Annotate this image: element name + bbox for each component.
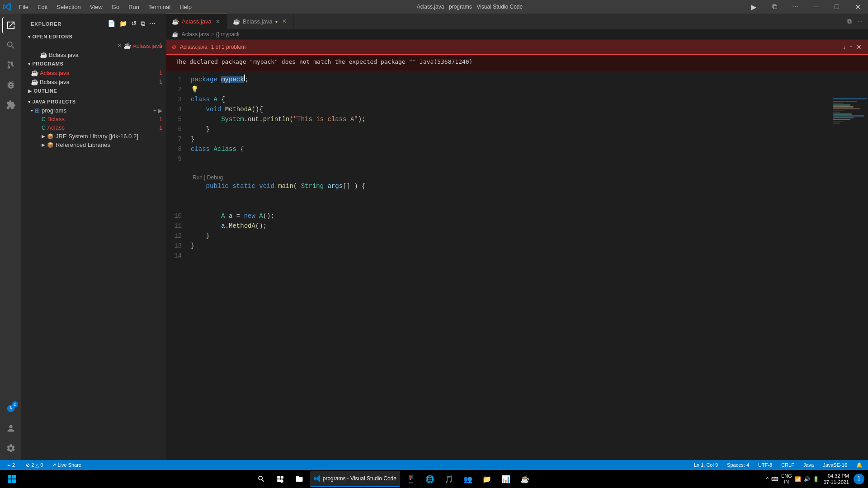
tray-wifi[interactable]: 📶 — [795, 476, 801, 482]
error-status[interactable]: ⊘ 2 △ 0 — [24, 462, 45, 468]
run-icon[interactable]: ▶ — [743, 0, 764, 14]
menu-edit[interactable]: Edit — [33, 0, 52, 14]
run-project-icon[interactable]: ▶ — [158, 108, 162, 114]
open-editors-header[interactable]: ▾ OPEN EDITORS — [22, 32, 166, 41]
taskbar-music[interactable]: 🎵 — [441, 471, 457, 487]
programs-header[interactable]: ▾ PROGRAMS — [22, 59, 166, 68]
tray-lang[interactable]: ENGIN — [781, 473, 792, 485]
notifications[interactable]: 🔔 — [854, 462, 864, 468]
refresh-icon[interactable]: ↺ — [130, 19, 138, 28]
outline-header[interactable]: ▶ OUTLINE — [22, 86, 166, 95]
activity-settings[interactable] — [3, 440, 19, 456]
activity-remote[interactable]: 2 — [3, 400, 19, 417]
activity-source-control[interactable] — [3, 57, 19, 73]
minimize-button[interactable]: ─ — [806, 0, 826, 14]
open-editor-bclass[interactable]: ☕ Bclass.java — [22, 50, 166, 59]
taskbar-java[interactable]: ☕ — [517, 471, 533, 487]
line-content-13[interactable]: } — [189, 241, 832, 251]
menu-view[interactable]: View — [85, 0, 107, 14]
open-editor-aclass[interactable]: ✕ ☕ Aclass.java 1 — [22, 41, 166, 50]
taskbar-stocks[interactable]: 📊 — [498, 471, 514, 487]
cursor-position[interactable]: Ln 1, Col 9 — [692, 462, 720, 468]
line-content-7[interactable]: } — [189, 134, 832, 144]
menu-terminal[interactable]: Terminal — [144, 0, 175, 14]
activity-extensions[interactable] — [3, 97, 19, 113]
activity-run-debug[interactable] — [3, 77, 19, 93]
taskbar-time[interactable]: 04:32 PM 07-11-2021 — [822, 473, 851, 486]
line-content-5[interactable]: System.out.println("This is class A"); — [189, 114, 832, 124]
collapse-icon[interactable]: ⧉ — [140, 19, 146, 28]
java-projects-chevron: ▾ — [28, 99, 31, 104]
line-content-1[interactable]: package mypack; — [189, 75, 832, 84]
liveshare-status[interactable]: ↗ Live Share — [50, 462, 83, 468]
tray-chevron[interactable]: ^ — [766, 476, 769, 482]
taskbar-vscode[interactable]: programs - Visual Studio Code — [310, 471, 400, 487]
more-icon[interactable]: ··· — [148, 19, 157, 28]
line-content-3[interactable]: class A { — [189, 94, 832, 104]
java-jre-item[interactable]: ▶ 📦 JRE System Library [jdk-16.0.2] — [22, 132, 166, 141]
taskbar-files[interactable] — [291, 471, 307, 487]
close-aclass-icon[interactable]: ✕ — [117, 42, 122, 49]
tab-aclass[interactable]: ☕ Aclass.java ✕ — [166, 14, 227, 29]
error-nav-down-icon[interactable]: ↓ — [842, 42, 847, 52]
tab-bclass-close[interactable]: ✕ — [281, 18, 288, 25]
code-editor[interactable]: 1 package mypack; 2 💡 3 class A { — [166, 71, 832, 460]
tab-bclass[interactable]: ☕ Bclass.java ● ✕ — [227, 14, 294, 29]
menu-run[interactable]: Run — [124, 0, 144, 14]
line-content-6[interactable]: } — [189, 124, 832, 134]
tray-keyboard[interactable]: ⌨ — [771, 476, 778, 482]
menu-selection[interactable]: Selection — [52, 0, 85, 14]
new-folder-icon[interactable]: 📁 — [118, 19, 128, 28]
menu-file[interactable]: File — [14, 0, 33, 14]
indentation[interactable]: Spaces: 4 — [725, 462, 751, 468]
taskbar-explorer[interactable]: 📁 — [479, 471, 495, 487]
encoding[interactable]: UTF-8 — [756, 462, 774, 468]
taskbar-whatsapp[interactable]: 📱 — [403, 471, 419, 487]
more-tabs-icon[interactable]: ··· — [855, 17, 864, 26]
tab-aclass-close[interactable]: ✕ — [214, 18, 222, 25]
menu-help[interactable]: Help — [175, 0, 196, 14]
debug-link[interactable]: Debug — [207, 174, 223, 181]
run-link[interactable]: Run — [193, 174, 203, 181]
start-button[interactable] — [4, 471, 20, 487]
line-content-12[interactable]: } — [189, 231, 832, 241]
programs-bclass[interactable]: ☕ Bclass.java 1 — [22, 77, 166, 86]
line-content-10[interactable]: A a = new A(); — [189, 211, 832, 221]
remote-status[interactable]: ⌁ 2 — [4, 462, 19, 469]
tray-battery[interactable]: 🔋 — [813, 476, 819, 482]
maximize-button[interactable]: □ — [826, 0, 847, 14]
programs-aclass[interactable]: ☕ Aclass.java 1 — [22, 68, 166, 77]
java-version[interactable]: JavaSE-16 — [821, 462, 849, 468]
line-content-4[interactable]: void MethodA(){ — [189, 104, 832, 114]
taskbar-teams[interactable]: 👥 — [460, 471, 476, 487]
taskbar-chrome[interactable]: 🌐 — [422, 471, 438, 487]
breadcrumb-context[interactable]: {} mypack — [216, 31, 240, 38]
eol[interactable]: CRLF — [779, 462, 796, 468]
java-projects-header[interactable]: ▾ JAVA PROJECTS — [22, 97, 166, 106]
split-editor-icon[interactable]: ⧉ — [764, 0, 785, 14]
add-project-icon[interactable]: + — [153, 108, 156, 114]
taskbar-notifications[interactable]: 1 — [854, 474, 864, 484]
line-content-8[interactable]: class Aclass { — [189, 144, 832, 154]
new-file-icon[interactable]: 📄 — [107, 19, 117, 28]
activity-accounts[interactable] — [3, 420, 19, 436]
split-editor-tab-icon[interactable]: ⧉ — [845, 17, 854, 26]
menu-go[interactable]: Go — [107, 0, 124, 14]
java-reflibs-item[interactable]: ▶ 📦 Referenced Libraries — [22, 141, 166, 149]
error-banner-close-icon[interactable]: ✕ — [855, 42, 863, 52]
java-aclass-item[interactable]: C Aclass 1 — [22, 123, 166, 132]
line-content-9[interactable]: Run | Debug public static void main( Str… — [189, 154, 832, 211]
java-bclass-item[interactable]: C Bclass 1 — [22, 115, 166, 123]
line-content-2[interactable]: 💡 — [189, 84, 832, 94]
java-project-programs[interactable]: ▾ ⊞ programs + ▶ — [22, 106, 166, 115]
taskbar-search[interactable] — [253, 471, 269, 487]
line-content-11[interactable]: a.MethodA(); — [189, 221, 832, 231]
error-nav-up-icon[interactable]: ↑ — [849, 42, 854, 52]
more-actions-icon[interactable]: ··· — [785, 0, 806, 14]
activity-search[interactable] — [3, 37, 19, 53]
language-mode[interactable]: Java — [802, 462, 816, 468]
close-button[interactable]: ✕ — [847, 0, 868, 14]
tray-sound[interactable]: 🔊 — [804, 476, 810, 482]
activity-explorer[interactable] — [2, 17, 19, 33]
taskbar-widgets[interactable] — [272, 471, 288, 487]
